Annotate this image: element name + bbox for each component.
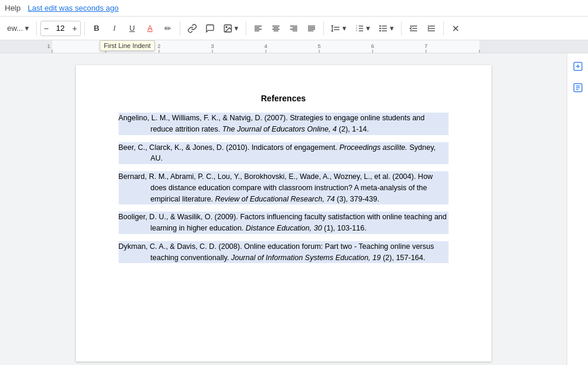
svg-rect-13 (293, 30, 297, 31)
svg-rect-7 (274, 27, 278, 28)
decrease-indent-btn[interactable] (405, 20, 422, 37)
italic-btn[interactable]: I (106, 20, 123, 37)
svg-rect-5 (255, 30, 259, 31)
separator-4 (246, 21, 246, 36)
references-list: Angelino, L. M., Williams, F. K., & Natv… (119, 113, 449, 263)
separator-7 (443, 21, 444, 36)
sidebar-edit-icon[interactable] (570, 79, 586, 96)
references-heading: References (119, 94, 449, 103)
separator-2 (84, 21, 85, 36)
separator-3 (180, 21, 180, 36)
last-edit-label[interactable]: Last edit was seconds ago (28, 4, 119, 12)
svg-rect-3 (255, 27, 259, 28)
svg-text:6: 6 (371, 43, 374, 49)
document-page[interactable]: References Angelino, L. M., Williams, F.… (76, 65, 491, 361)
bulleted-list-btn[interactable]: ▾ (375, 20, 398, 37)
doc-area: References Angelino, L. M., Williams, F.… (0, 53, 588, 365)
svg-rect-12 (290, 28, 297, 29)
right-sidebar (567, 53, 588, 365)
view-dropdown-arrow: ▾ (25, 24, 29, 33)
underline-btn[interactable]: U (124, 20, 141, 37)
svg-rect-8 (272, 28, 279, 29)
ruler: First Line Indent 1 2 3 4 5 6 7 (0, 40, 588, 53)
align-justify-btn[interactable] (303, 20, 320, 37)
line-spacing-btn[interactable]: ▾ (328, 20, 350, 37)
highlight-btn[interactable]: ✏ (160, 20, 176, 37)
toolbar: ew... ▾ − + B I U A ✏ ▾ ▾ (0, 17, 588, 40)
svg-text:3: 3 (211, 43, 214, 49)
svg-point-1 (225, 26, 227, 27)
line-spacing-arrow: ▾ (342, 24, 347, 33)
increase-indent-btn[interactable] (423, 20, 440, 37)
link-btn[interactable] (184, 20, 201, 37)
numbered-list-btn[interactable]: 123 ▾ (351, 20, 374, 37)
separator-1 (36, 21, 37, 36)
svg-text:2: 2 (157, 43, 160, 49)
svg-rect-9 (274, 30, 278, 31)
svg-text:4: 4 (264, 43, 267, 49)
svg-rect-10 (290, 25, 297, 26)
reference-entry: Dykman, C. A., & Davis, C. D. (2008). On… (119, 241, 449, 264)
svg-point-28 (380, 28, 380, 28)
reference-entry: Booliger, D. U., & Wasilik, O. (2009). F… (119, 212, 449, 234)
svg-point-29 (380, 30, 380, 31)
page-container[interactable]: References Angelino, L. M., Williams, F.… (0, 53, 567, 365)
svg-text:1: 1 (47, 43, 50, 49)
font-size-increase-btn[interactable]: + (69, 21, 80, 36)
svg-rect-2 (255, 25, 262, 26)
first-line-indent-tooltip: First Line Indent (100, 40, 155, 51)
svg-rect-16 (308, 28, 315, 29)
comment-btn[interactable] (202, 20, 218, 37)
reference-entry: Angelino, L. M., Williams, F. K., & Natv… (119, 113, 449, 135)
svg-rect-11 (293, 27, 297, 28)
help-label[interactable]: Help (5, 4, 21, 12)
image-btn[interactable]: ▾ (220, 20, 242, 37)
align-right-btn[interactable] (285, 20, 302, 37)
svg-rect-6 (272, 25, 279, 26)
svg-rect-4 (255, 28, 262, 29)
reference-entry: Bernard, R. M., Abrami, P. C., Lou, Y., … (119, 171, 449, 204)
image-dropdown-arrow: ▾ (234, 24, 239, 33)
svg-point-27 (380, 25, 380, 26)
align-center-btn[interactable] (268, 20, 284, 37)
view-dropdown-btn[interactable]: ew... ▾ (4, 20, 33, 37)
clear-format-btn[interactable] (447, 20, 464, 37)
svg-rect-17 (308, 30, 313, 31)
bold-btn[interactable]: B (88, 20, 105, 37)
svg-rect-15 (308, 27, 315, 28)
svg-rect-14 (308, 25, 315, 26)
reference-entry: Beer, C., Clarck, K., & Jones, D. (2010)… (119, 142, 449, 165)
svg-text:3: 3 (356, 29, 357, 31)
sidebar-add-icon[interactable] (570, 58, 586, 75)
top-bar: Help Last edit was seconds ago (0, 0, 588, 17)
separator-6 (401, 21, 402, 36)
align-left-btn[interactable] (250, 20, 266, 37)
separator-5 (323, 21, 324, 36)
svg-text:7: 7 (424, 43, 427, 49)
font-size-control[interactable]: − + (40, 21, 81, 36)
font-size-decrease-btn[interactable]: − (41, 21, 52, 36)
svg-rect-41 (0, 40, 52, 53)
svg-rect-42 (479, 40, 588, 53)
font-size-input[interactable] (52, 24, 69, 33)
font-color-btn[interactable]: A (142, 20, 158, 37)
svg-text:5: 5 (317, 43, 320, 49)
